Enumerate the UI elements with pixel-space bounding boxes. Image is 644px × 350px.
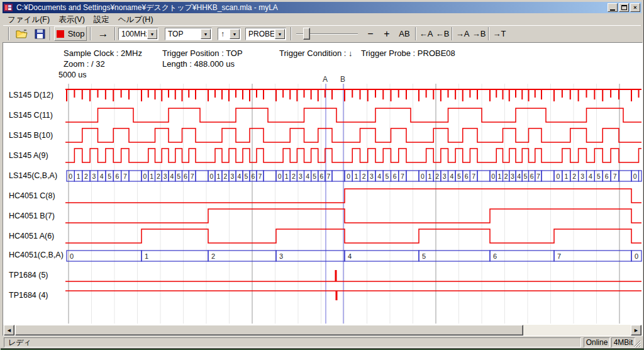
bus-value: 3 (231, 172, 235, 180)
bus-cell (142, 251, 208, 261)
bus-value: 4 (377, 172, 381, 180)
bus-cell (477, 171, 490, 181)
bus-value: 2 (224, 172, 228, 180)
bus-value: 4 (306, 172, 309, 180)
bus-cell (129, 171, 142, 181)
bus-value: 5 (313, 172, 316, 180)
bus-value: 3 (164, 172, 167, 180)
bus-value: 5 (422, 252, 426, 260)
bus-value: 6 (530, 172, 534, 180)
bus-value: 4 (238, 172, 242, 180)
bus-value: 2 (84, 172, 88, 180)
bus-cell (419, 251, 490, 261)
bus-value: 7 (536, 172, 540, 180)
bus-value: 7 (327, 172, 331, 180)
bus-cell (541, 171, 554, 181)
bus-value: 1 (428, 172, 432, 180)
bus-cell (554, 251, 631, 261)
bus-value: 7 (472, 172, 475, 180)
bus-value: 0 (421, 172, 425, 180)
bus-value: 3 (443, 172, 447, 180)
bus-value: 1 (497, 172, 501, 180)
bus-value: 0 (143, 172, 147, 180)
bus-value: 0 (635, 252, 638, 260)
bus-value: 0 (70, 252, 74, 260)
bus-cell (264, 171, 276, 181)
bus-value: 1 (77, 172, 80, 180)
bus-value: 5 (385, 172, 389, 180)
bus-value: 7 (557, 252, 561, 260)
bus-value: 4 (100, 172, 104, 180)
bus-cell (490, 251, 554, 261)
bus-value: 4 (450, 172, 453, 180)
bus-value: 1 (217, 172, 221, 180)
bus-value: 3 (299, 172, 303, 180)
bus-value: 0 (491, 172, 495, 180)
waveform-trace (65, 229, 641, 243)
waveform-trace (65, 108, 641, 122)
bus-value: 6 (493, 252, 497, 260)
bus-value: 6 (184, 172, 187, 180)
bus-value: 6 (252, 172, 255, 180)
bus-value: 6 (465, 172, 469, 180)
waveform-trace (65, 189, 641, 203)
bus-cell (276, 251, 345, 261)
bus-cell (208, 251, 276, 261)
bus-value: 2 (211, 252, 215, 260)
bus-value: 3 (370, 172, 374, 180)
bus-value: 6 (393, 172, 397, 180)
bus-value: 3 (279, 252, 283, 260)
bus-value: 7 (123, 172, 127, 180)
bus-value: 0 (557, 172, 560, 180)
bus-value: 4 (589, 172, 592, 180)
status-memory-badge: 4MBit (611, 337, 635, 347)
bus-value: 3 (92, 172, 96, 180)
bus-value: 6 (116, 172, 119, 180)
bus-value: 7 (191, 172, 194, 180)
waveform-trace (65, 149, 641, 162)
statusbar: レディ Online 4MBit (3, 337, 641, 348)
bus-value: 0 (347, 172, 350, 180)
bus-value: 2 (157, 172, 160, 180)
bus-value: 2 (572, 172, 576, 180)
bus-value: 1 (285, 172, 289, 180)
bus-cell (639, 171, 642, 181)
bus-value: 1 (145, 252, 148, 260)
waveform-trace (65, 128, 641, 142)
waveform-trace (65, 209, 641, 223)
bus-value: 2 (504, 172, 508, 180)
bus-value: 4 (348, 252, 352, 260)
status-ready: レディ (4, 337, 581, 347)
bus-value: 7 (613, 172, 617, 180)
app-window: C:¥Documents and Settings¥noname¥デスクトップ¥… (0, 0, 644, 350)
bus-value: 1 (564, 172, 568, 180)
waveform-plot[interactable]: 0123456701234567012345670123456701234567… (1, 0, 644, 350)
bus-value: 0 (278, 172, 282, 180)
bus-value: 5 (523, 172, 527, 180)
bus-value: 3 (580, 172, 584, 180)
bus-cell (619, 171, 631, 181)
bus-value: 2 (362, 172, 366, 180)
bus-value: 4 (517, 172, 521, 180)
bus-value: 5 (108, 172, 111, 180)
bus-cell (67, 251, 142, 261)
bus-value: 2 (435, 172, 439, 180)
bus-value: 5 (457, 172, 461, 180)
bus-value: 1 (150, 172, 153, 180)
bus-value: 6 (319, 172, 323, 180)
bus-value: 0 (633, 172, 637, 180)
bus-cell (332, 171, 345, 181)
bus-value: 1 (354, 172, 358, 180)
bus-value: 7 (401, 172, 404, 180)
bus-value: 4 (170, 172, 174, 180)
bus-value: 5 (177, 172, 180, 180)
bus-value: 5 (597, 172, 601, 180)
bus-value: 5 (245, 172, 248, 180)
status-online-badge: Online (584, 337, 610, 347)
bus-value: 2 (292, 172, 296, 180)
bus-value: 6 (605, 172, 609, 180)
bus-value: 0 (69, 172, 72, 180)
bus-cell (345, 251, 419, 261)
resize-grip-icon[interactable] (633, 340, 641, 347)
bus-value: 7 (258, 172, 262, 180)
